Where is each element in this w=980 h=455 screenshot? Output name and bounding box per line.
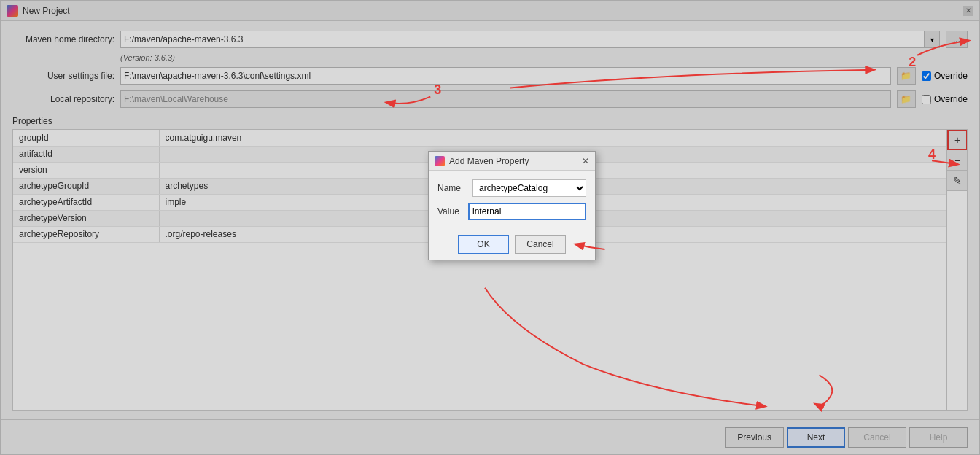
add-maven-property-dialog: Add Maven Property ✕ Name archetypeCatal… [428, 151, 596, 260]
modal-title-bar: Add Maven Property ✕ [429, 152, 595, 171]
modal-cancel-button[interactable]: Cancel [515, 235, 566, 254]
modal-name-label: Name [438, 183, 467, 193]
modal-overlay: Add Maven Property ✕ Name archetypeCatal… [1, 1, 979, 454]
modal-name-row: Name archetypeCatalog [438, 179, 586, 197]
modal-title-left: Add Maven Property [435, 156, 529, 166]
modal-body: Name archetypeCatalog Value [429, 171, 595, 229]
modal-footer: OK Cancel [429, 229, 595, 260]
modal-value-input[interactable] [468, 203, 586, 220]
modal-close-button[interactable]: ✕ [582, 156, 589, 166]
new-project-window: New Project ✕ Maven home directory: ▾ ..… [0, 0, 980, 455]
modal-name-select[interactable]: archetypeCatalog [472, 179, 586, 197]
modal-ok-button[interactable]: OK [458, 235, 509, 254]
modal-value-row: Value [438, 203, 586, 220]
modal-title: Add Maven Property [449, 156, 529, 166]
modal-value-label: Value [438, 206, 462, 217]
modal-app-icon [435, 156, 445, 166]
